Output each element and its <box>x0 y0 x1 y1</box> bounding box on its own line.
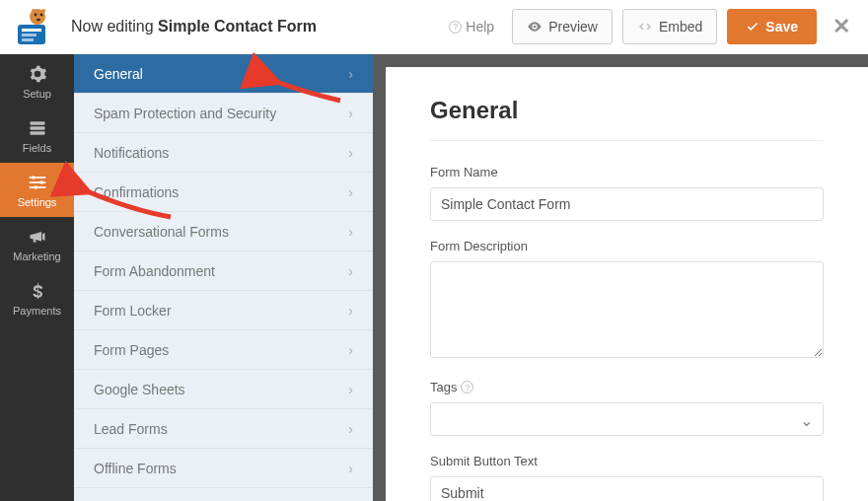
label-tags: Tags ? <box>430 380 824 394</box>
submenu-item-general[interactable]: General› <box>74 54 373 94</box>
embed-icon <box>637 19 653 35</box>
svg-point-18 <box>39 180 43 184</box>
submenu-item-label: Conversational Forms <box>94 224 229 240</box>
chevron-down-icon: ⌄ <box>800 411 813 430</box>
top-bar: Now editing Simple Contact Form ? Help P… <box>0 0 868 54</box>
input-submit-text[interactable] <box>430 476 824 501</box>
submenu-item-google-sheets[interactable]: Google Sheets› <box>74 370 373 409</box>
submenu-item-label: Form Pages <box>94 342 169 358</box>
svg-point-2 <box>40 14 43 17</box>
input-form-name[interactable] <box>430 187 824 221</box>
rail-settings[interactable]: Settings <box>0 163 74 217</box>
chevron-right-icon: › <box>348 224 353 240</box>
svg-rect-8 <box>22 34 36 36</box>
rail-payments[interactable]: Payments <box>0 271 74 325</box>
wpforms-logo-icon <box>12 7 51 46</box>
chevron-right-icon: › <box>348 342 353 358</box>
left-rail: Setup Fields Settings Marketing Payments <box>0 54 74 501</box>
submenu-item-label: Form Locker <box>94 303 172 319</box>
chevron-right-icon: › <box>348 382 353 397</box>
submenu-item-label: Spam Protection and Security <box>94 106 276 121</box>
submenu-item-notifications[interactable]: Notifications› <box>74 133 373 173</box>
save-label: Save <box>765 19 798 35</box>
label-form-description: Form Description <box>430 239 824 253</box>
submenu-item-label: Form Abandonment <box>94 263 215 279</box>
svg-point-1 <box>35 14 37 17</box>
check-icon <box>746 20 760 34</box>
submenu-item-lead-forms[interactable]: Lead Forms› <box>74 409 373 449</box>
submenu-item-label: Google Sheets <box>94 382 185 397</box>
now-editing-label: Now editing Simple Contact Form <box>71 18 317 36</box>
chevron-right-icon: › <box>348 106 353 121</box>
submenu-item-form-abandonment[interactable]: Form Abandonment› <box>74 251 373 291</box>
rail-item-label: Marketing <box>13 250 60 262</box>
svg-point-17 <box>32 176 36 179</box>
chevron-right-icon: › <box>348 421 353 437</box>
submenu-item-label: Lead Forms <box>94 421 168 437</box>
svg-rect-11 <box>30 121 44 124</box>
svg-point-3 <box>32 9 36 13</box>
svg-point-5 <box>36 19 40 21</box>
submenu-item-confirmations[interactable]: Confirmations› <box>74 173 373 212</box>
divider <box>430 140 824 141</box>
submenu-item-conversational-forms[interactable]: Conversational Forms› <box>74 212 373 251</box>
rail-setup[interactable]: Setup <box>0 54 74 108</box>
help-icon[interactable]: ? <box>461 381 473 394</box>
help-label: Help <box>466 19 494 35</box>
svg-rect-9 <box>22 38 34 41</box>
submenu-item-label: Confirmations <box>94 184 179 200</box>
chevron-right-icon: › <box>348 263 353 279</box>
submenu-item-offline-forms[interactable]: Offline Forms› <box>74 449 373 488</box>
svg-rect-12 <box>30 126 44 129</box>
help-link[interactable]: ? Help <box>449 19 494 35</box>
rail-item-label: Settings <box>18 196 57 208</box>
submenu-item-label: Offline Forms <box>94 461 177 476</box>
help-icon: ? <box>449 21 462 34</box>
panel-heading: General <box>430 97 824 124</box>
svg-point-10 <box>534 26 537 29</box>
rail-item-label: Payments <box>13 305 61 317</box>
rail-item-label: Fields <box>23 142 51 154</box>
select-tags[interactable]: ⌄ <box>430 402 824 436</box>
label-submit-text: Submit Button Text <box>430 454 824 468</box>
list-icon <box>28 118 47 138</box>
chevron-right-icon: › <box>348 303 353 319</box>
settings-submenu[interactable]: General›Spam Protection and Security›Not… <box>74 54 373 501</box>
chevron-right-icon: › <box>348 461 353 476</box>
gear-icon <box>28 64 47 84</box>
chevron-right-icon: › <box>348 66 353 82</box>
label-form-name: Form Name <box>430 165 824 179</box>
chevron-right-icon: › <box>348 145 353 161</box>
submenu-item-form-locker[interactable]: Form Locker› <box>74 291 373 330</box>
rail-marketing[interactable]: Marketing <box>0 217 74 271</box>
embed-button[interactable]: Embed <box>622 9 717 44</box>
submenu-item-label: Notifications <box>94 145 169 161</box>
settings-panel: General Form Name Form Description Tags … <box>386 67 868 501</box>
save-button[interactable]: Save <box>727 9 817 44</box>
submenu-item-form-pages[interactable]: Form Pages› <box>74 330 373 370</box>
svg-rect-7 <box>22 29 41 32</box>
preview-button[interactable]: Preview <box>512 9 613 44</box>
main-wrap: General Form Name Form Description Tags … <box>373 54 868 501</box>
submenu-item-label: General <box>94 66 143 82</box>
now-editing-prefix: Now editing <box>71 18 154 35</box>
input-form-description[interactable] <box>430 261 824 358</box>
preview-label: Preview <box>548 19 598 35</box>
bullhorn-icon <box>28 227 47 247</box>
eye-icon <box>527 19 542 35</box>
svg-rect-13 <box>30 131 44 134</box>
chevron-right-icon: › <box>348 184 353 200</box>
svg-point-4 <box>41 9 45 13</box>
form-title: Simple Contact Form <box>158 18 317 35</box>
submenu-item-spam-protection-and-security[interactable]: Spam Protection and Security› <box>74 94 373 133</box>
close-icon[interactable]: ✕ <box>827 14 856 39</box>
rail-item-label: Setup <box>23 88 51 100</box>
embed-label: Embed <box>659 19 702 35</box>
rail-fields[interactable]: Fields <box>0 108 74 163</box>
dollar-icon <box>28 281 47 301</box>
svg-point-19 <box>34 185 37 189</box>
sliders-icon <box>28 173 47 192</box>
